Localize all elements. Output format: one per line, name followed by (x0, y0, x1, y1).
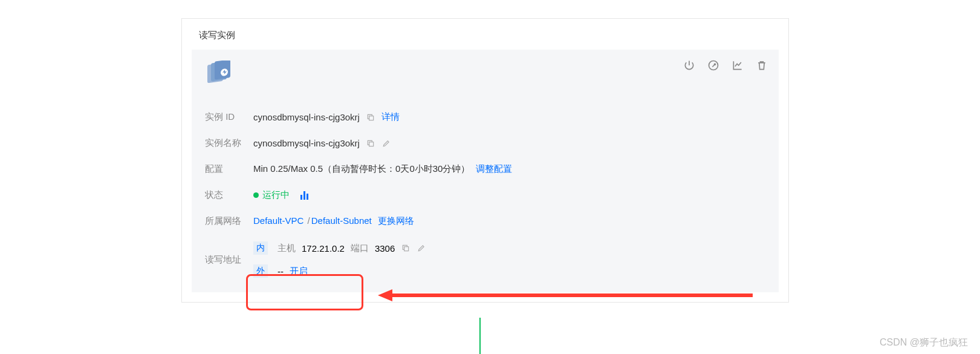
watermark: CSDN @狮子也疯狂 (880, 336, 968, 349)
label-address: 读写地址 (205, 254, 253, 266)
value-instance-name: cynosdbmysql-ins-cjg3okrj (253, 138, 360, 148)
card-title: 读写实例 (182, 19, 788, 46)
row-network: 所属网络 Default-VPC /Default-Subnet 更换网络 (205, 215, 765, 227)
host-value: 172.21.0.2 (302, 243, 345, 254)
host-label: 主机 (277, 243, 296, 254)
external-tag: 外 (253, 264, 268, 278)
copy-icon[interactable] (401, 243, 410, 253)
instance-card: 读写实例 实例 ID cynosdbmysql-ins-cjg3okrj 详情 (181, 18, 789, 303)
card-toolbar (683, 59, 768, 71)
trash-icon[interactable] (756, 59, 768, 71)
external-address: 外 -- 开启 (253, 264, 426, 278)
row-status: 状态 运行中 (205, 189, 765, 201)
label-instance-id: 实例 ID (205, 111, 253, 123)
network-separator: / (308, 215, 310, 226)
value-config: Min 0.25/Max 0.5（自动暂停时长：0天0小时30分钟） (253, 163, 470, 175)
port-label: 端口 (351, 243, 369, 254)
row-config: 配置 Min 0.25/Max 0.5（自动暂停时长：0天0小时30分钟） 调整… (205, 163, 765, 175)
svg-point-1 (715, 64, 716, 65)
vpc-link[interactable]: Default-VPC (253, 215, 303, 226)
power-icon[interactable] (683, 59, 695, 71)
internal-tag: 内 (253, 241, 268, 255)
label-config: 配置 (205, 163, 253, 175)
enable-external-link[interactable]: 开启 (290, 266, 308, 277)
label-status: 状态 (205, 189, 253, 201)
card-inner: 实例 ID cynosdbmysql-ins-cjg3okrj 详情 实例名称 … (192, 50, 779, 292)
copy-icon[interactable] (366, 139, 375, 148)
edit-icon[interactable] (381, 139, 391, 148)
row-address: 读写地址 内 主机 172.21.0.2 端口 3306 外 -- 开启 (205, 241, 765, 278)
adjust-config-link[interactable]: 调整配置 (476, 163, 512, 175)
internal-address: 内 主机 172.21.0.2 端口 3306 (253, 241, 426, 255)
svg-rect-6 (369, 116, 374, 120)
vertical-marker (479, 318, 481, 354)
row-instance-name: 实例名称 cynosdbmysql-ins-cjg3okrj (205, 137, 765, 149)
copy-icon[interactable] (366, 113, 375, 122)
external-value: -- (277, 266, 284, 277)
svg-rect-8 (404, 247, 409, 251)
detail-link[interactable]: 详情 (381, 111, 400, 123)
edit-icon[interactable] (417, 243, 426, 253)
row-instance-id: 实例 ID cynosdbmysql-ins-cjg3okrj 详情 (205, 111, 765, 123)
target-icon[interactable] (707, 59, 719, 71)
chart-line-icon[interactable] (732, 59, 744, 71)
svg-rect-7 (369, 142, 374, 146)
port-value: 3306 (375, 243, 395, 254)
value-instance-id: cynosdbmysql-ins-cjg3okrj (253, 112, 360, 122)
label-network: 所属网络 (205, 215, 253, 227)
status-badge: 运行中 (253, 189, 290, 201)
database-icon (205, 61, 233, 86)
label-instance-name: 实例名称 (205, 137, 253, 149)
monitor-icon[interactable] (300, 191, 308, 200)
change-network-link[interactable]: 更换网络 (378, 215, 414, 226)
subnet-link[interactable]: Default-Subnet (311, 215, 372, 226)
